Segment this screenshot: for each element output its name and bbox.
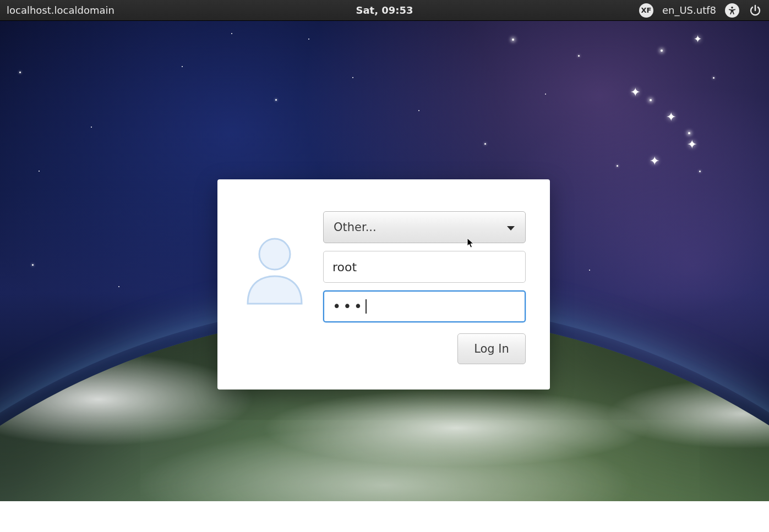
star-icon [688,132,690,134]
star-icon [32,264,34,266]
accessibility-icon[interactable] [725,3,739,18]
star-icon [661,50,663,52]
window-chrome-gap [0,501,769,532]
star-icon [182,66,183,67]
star-icon [91,127,92,128]
username-value: root [332,260,357,274]
star-icon [617,165,618,167]
star-icon [118,286,119,287]
hostname-label: localhost.localdomain [7,4,114,16]
star-icon: ✦ [694,33,702,45]
clock-label[interactable]: Sat, 09:53 [356,4,413,16]
star-icon [231,33,232,34]
star-icon [352,77,353,78]
password-input[interactable]: ••• [323,290,526,322]
star-icon [699,171,701,172]
star-icon: ✦ [630,85,640,99]
star-icon [484,143,486,145]
star-icon [512,39,514,41]
star-icon: ✦ [650,154,659,168]
user-selector-dropdown[interactable]: Other... [323,211,526,243]
locale-indicator[interactable]: en_US.utf8 [662,4,716,16]
star-icon [650,99,652,101]
star-icon [713,77,715,79]
top-panel: localhost.localdomain Sat, 09:53 XF en_U… [0,0,769,21]
star-icon: ✦ [687,138,697,151]
svg-point-0 [731,6,733,8]
svg-point-1 [259,239,290,270]
star-icon [39,171,40,172]
star-icon [275,99,277,101]
star-icon: ✦ [666,110,676,124]
star-icon [589,270,590,271]
star-icon [578,55,580,57]
user-avatar-icon [242,233,307,305]
star-icon [545,94,546,95]
login-dialog: Other... root ••• Log In [217,179,550,390]
desktop-env-icon[interactable]: XF [639,3,653,18]
star-icon [418,110,419,111]
user-selector-label: Other... [334,221,377,234]
password-value-masked: ••• [332,299,364,314]
chevron-down-icon [506,221,515,234]
username-input[interactable]: root [323,251,526,283]
login-button[interactable]: Log In [457,333,526,364]
star-icon [308,39,309,40]
power-icon[interactable] [748,3,762,18]
star-icon [19,72,21,73]
text-cursor [366,299,367,314]
